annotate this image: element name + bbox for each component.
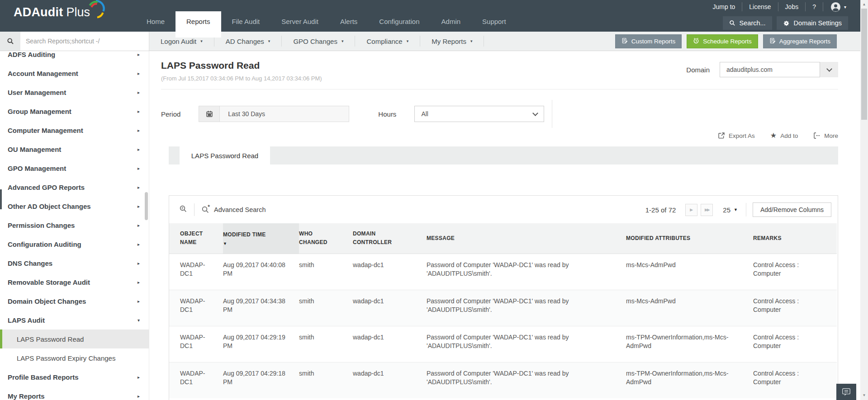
utility-item-jump-to[interactable]: Jump to: [706, 2, 743, 11]
menu-ad-changes[interactable]: AD Changes▾: [214, 32, 282, 51]
table-cell-message: Password of Computer 'WADAP-DC1' was rea…: [427, 362, 626, 398]
table-cell-message: Password of Computer 'WADAP-DC1' was rea…: [427, 290, 626, 326]
sidebar-item-adfs-auditing[interactable]: ADFS Auditing▸: [0, 51, 149, 64]
global-search-label: Search...: [740, 19, 766, 27]
sidebar-item-label: LAPS Audit: [8, 316, 45, 324]
column-header-message[interactable]: MESSAGE: [427, 223, 626, 254]
column-header-label: OBJECT NAME: [180, 230, 208, 247]
add-to-button[interactable]: ★ Add to: [770, 132, 798, 139]
table-cell-who-changed: smith: [299, 326, 353, 362]
report-search-input[interactable]: [20, 32, 149, 51]
next-page-button[interactable]: ▶: [685, 204, 697, 216]
nav-tab-alerts[interactable]: Alerts: [329, 11, 368, 32]
sidebar-item-label: Profile Based Reports: [8, 373, 79, 381]
schedule-reports-button[interactable]: Schedule Reports: [687, 34, 758, 48]
sidebar-item-laps-password-read[interactable]: LAPS Password Read: [0, 329, 149, 348]
menu-my-reports[interactable]: My Reports▾: [420, 32, 484, 51]
chevron-right-icon: ▸: [138, 128, 140, 133]
scroll-up-icon[interactable]: ▲: [860, 2, 868, 6]
table-row[interactable]: WADAP-DC1Aug 09,2017 04:40:08 PMsmithwad…: [169, 254, 837, 290]
nav-tab-server-audit[interactable]: Server Audit: [270, 11, 329, 32]
sidebar-item-other-ad-object-changes[interactable]: Other AD Object Changes▸: [0, 197, 149, 216]
caret-down-icon: ▾: [342, 39, 344, 43]
sidebar-collapse-handle[interactable]: [0, 189, 2, 209]
sidebar-item-ou-management[interactable]: OU Management▸: [0, 140, 149, 159]
column-header-object-name[interactable]: OBJECT NAME: [169, 223, 223, 254]
sidebar-item-computer-management[interactable]: Computer Management▸: [0, 121, 149, 140]
sidebar-scroll-handle[interactable]: [145, 192, 148, 220]
advanced-search-label: Advanced Search: [214, 206, 266, 213]
sidebar-item-dns-changes[interactable]: DNS Changes▸: [0, 254, 149, 273]
advanced-search-button[interactable]: ★ Advanced Search: [201, 206, 266, 214]
gear-icon: [783, 20, 790, 27]
column-header-modified-time[interactable]: MODIFIED TIME▼: [223, 223, 299, 254]
report-panel: ★ Advanced Search 1-25 of 72 ▶ ▶▶ 25 ▼ A…: [169, 195, 838, 400]
scroll-down-icon[interactable]: ▼: [860, 393, 868, 397]
sidebar-item-laps-password-expiry-changes[interactable]: LAPS Password Expiry Changes: [0, 348, 149, 367]
page-size-select[interactable]: 25 ▼: [723, 206, 738, 214]
export-as-button[interactable]: Export As: [718, 132, 755, 139]
page-scrollbar[interactable]: ▲ ▼: [860, 0, 868, 400]
menu-compliance[interactable]: Compliance▾: [355, 32, 420, 51]
sidebar-item-gpo-management[interactable]: GPO Management▸: [0, 159, 149, 178]
sidebar-item-group-management[interactable]: Group Management▸: [0, 102, 149, 121]
quick-search-button[interactable]: [179, 205, 187, 215]
nav-tab-configuration[interactable]: Configuration: [368, 11, 430, 32]
table-cell-modified-time: Aug 09,2017 04:29:18 PM: [223, 362, 299, 398]
column-header-modified-attributes[interactable]: MODIFIED ATTRIBUTES: [626, 223, 753, 254]
chevron-right-icon: ▸: [138, 185, 140, 190]
nav-tab-home[interactable]: Home: [136, 11, 175, 32]
domain-settings-button[interactable]: Domain Settings: [777, 16, 848, 30]
user-menu[interactable]: ▾: [823, 2, 848, 12]
sidebar-item-domain-object-changes[interactable]: Domain Object Changes▸: [0, 292, 149, 311]
sidebar-item-advanced-gpo-reports[interactable]: Advanced GPO Reports▸: [0, 178, 149, 197]
table-cell-who-changed: smith: [299, 254, 353, 290]
utility-item-license[interactable]: License: [742, 2, 778, 11]
sidebar-item-user-management[interactable]: User Management▸: [0, 83, 149, 102]
last-page-button[interactable]: ▶▶: [701, 204, 713, 216]
feedback-button[interactable]: [836, 384, 856, 400]
sidebar-item-permission-changes[interactable]: Permission Changes▸: [0, 216, 149, 235]
tab-laps-password-read[interactable]: LAPS Password Read: [180, 146, 270, 165]
custom-reports-button[interactable]: Custom Reports: [615, 34, 682, 48]
table-cell-domain-controller: wadap-dc1: [353, 254, 427, 290]
sidebar-item-account-management[interactable]: Account Management▸: [0, 64, 149, 83]
report-search-icon-cell[interactable]: [0, 32, 20, 51]
table-cell-message: Password of Computer 'WADAP-DC1' was rea…: [427, 254, 626, 290]
nav-tab-reports[interactable]: Reports: [175, 11, 221, 32]
domain-select-value: adauditplus.com: [720, 62, 820, 77]
table-cell-modified-attributes: ms-TPM-OwnerInformation,ms-Mcs-AdmPwd: [626, 326, 753, 362]
nav-tab-file-audit[interactable]: File Audit: [221, 11, 271, 32]
table-row[interactable]: WADAP-DC1Aug 09,2017 04:29:18 PMsmithwad…: [169, 362, 837, 398]
sidebar-item-profile-based-reports[interactable]: Profile Based Reports▸: [0, 367, 149, 386]
sidebar-item-label: Configuration Auditing: [8, 240, 81, 248]
global-search-button[interactable]: Search...: [723, 16, 772, 30]
sidebar-item-configuration-auditing[interactable]: Configuration Auditing▸: [0, 235, 149, 254]
nav-tab-support[interactable]: Support: [471, 11, 517, 32]
column-header-who-changed[interactable]: WHO CHANGED: [299, 223, 353, 254]
utility-item-jobs[interactable]: Jobs: [778, 2, 806, 11]
domain-select[interactable]: adauditplus.com: [720, 62, 838, 77]
column-header-domain-controller[interactable]: DOMAIN CONTROLLER: [353, 223, 427, 254]
menu-gpo-changes[interactable]: GPO Changes▾: [282, 32, 355, 51]
add-remove-columns-button[interactable]: Add/Remove Columns: [753, 202, 831, 217]
search-icon: [7, 38, 14, 45]
sidebar-item-removable-storage-audit[interactable]: Removable Storage Audit▸: [0, 273, 149, 292]
sidebar-item-laps-audit[interactable]: LAPS Audit▾: [0, 311, 149, 329]
period-picker[interactable]: Last 30 Days: [199, 106, 349, 122]
utility-item-help[interactable]: ?: [806, 2, 823, 11]
scrollbar-thumb[interactable]: [861, 9, 867, 120]
table-row[interactable]: WADAP-DC1Aug 09,2017 04:34:38 PMsmithwad…: [169, 290, 837, 326]
sidebar-item-my-reports[interactable]: My Reports▸: [0, 386, 149, 400]
column-header-label: DOMAIN CONTROLLER: [353, 230, 398, 247]
app-logo[interactable]: ADAudit Plus: [14, 5, 106, 19]
hours-select[interactable]: All: [414, 106, 544, 122]
more-button[interactable]: More: [813, 132, 838, 139]
column-header-remarks[interactable]: REMARKS: [753, 223, 837, 254]
chevron-right-icon: ▸: [138, 261, 140, 266]
nav-tab-admin[interactable]: Admin: [431, 11, 472, 32]
header-divider: [161, 89, 838, 89]
table-row[interactable]: WADAP-DC1Aug 09,2017 04:29:19 PMsmithwad…: [169, 326, 837, 362]
aggregate-reports-button[interactable]: Aggregate Reports: [763, 34, 837, 48]
menu-label: My Reports: [432, 38, 466, 45]
